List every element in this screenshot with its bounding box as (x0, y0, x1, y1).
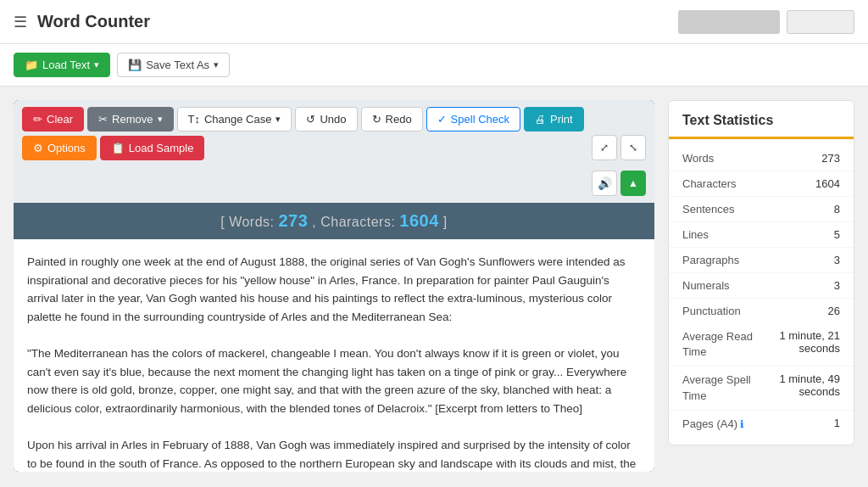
stats-value-multi: 1 (834, 417, 840, 429)
clear-icon: ✏ (33, 113, 42, 126)
stats-label: Paragraphs (682, 254, 739, 266)
stats-label-multi: Pages (A4)ℹ (682, 417, 744, 432)
editor-toolbar: ✏ Clear ✂ Remove T↕ Change Case ↺ Undo ↻… (14, 100, 654, 167)
expand-icon: ⤡ (629, 142, 637, 154)
header-input[interactable] (787, 10, 854, 34)
stats-row: Lines 5 (669, 222, 854, 248)
options-icon: ⚙ (33, 142, 43, 154)
stats-value: 8 (834, 203, 840, 216)
remove-icon: ✂ (98, 113, 108, 126)
stats-panel: Text Statistics Words 273 Characters 160… (668, 100, 854, 445)
header-right (678, 10, 854, 34)
shrink-button[interactable]: ⤢ (592, 135, 617, 160)
load-icon: 📁 (25, 59, 38, 71)
load-sample-icon: 📋 (111, 142, 125, 154)
app-title: Word Counter (37, 12, 150, 31)
shrink-icon: ⤢ (600, 142, 609, 154)
stats-row: Sentences 8 (669, 197, 854, 222)
stats-value: 26 (828, 305, 840, 317)
stats-value: 1604 (815, 177, 840, 190)
header: ☰ Word Counter (0, 0, 868, 44)
stats-row: Paragraphs 3 (669, 248, 854, 273)
expand-button[interactable]: ⤡ (620, 135, 646, 160)
change-case-button[interactable]: T↕ Change Case (177, 107, 292, 132)
stats-row: Characters 1604 (669, 171, 854, 197)
info-icon[interactable]: ℹ (740, 418, 744, 430)
undo-icon: ↺ (306, 113, 315, 126)
word-count-bar: [ Words: 273 , Characters: 1604 ] (14, 203, 654, 239)
stats-value: 273 (821, 152, 840, 165)
spell-icon: ✓ (437, 113, 447, 126)
redo-icon: ↻ (372, 113, 381, 126)
stats-value: 3 (834, 254, 840, 266)
main-container: ✏ Clear ✂ Remove T↕ Change Case ↺ Undo ↻… (0, 87, 868, 485)
stats-label: Lines (682, 228, 709, 241)
stats-value: 3 (834, 279, 840, 292)
redo-button[interactable]: ↻ Redo (361, 107, 423, 132)
load-text-button[interactable]: 📁 Load Text (14, 53, 110, 77)
stats-multiline-container: Average ReadTime 1 minute, 21seconds Ave… (669, 323, 854, 438)
load-sample-button[interactable]: 📋 Load Sample (100, 136, 205, 160)
header-bar (678, 10, 780, 34)
stats-row-multiline: Average SpellTime 1 minute, 49seconds (669, 367, 854, 410)
spell-check-button[interactable]: ✓ Spell Check (426, 107, 520, 132)
stats-label: Words (682, 152, 714, 165)
top-toolbar: 📁 Load Text 💾 Save Text As (0, 44, 868, 87)
print-button[interactable]: 🖨 Print (524, 107, 584, 132)
save-icon: 💾 (128, 59, 142, 71)
stats-row-multiline: Pages (A4)ℹ 1 (669, 411, 854, 438)
undo-button[interactable]: ↺ Undo (295, 107, 357, 132)
stats-label-multi: Average SpellTime (682, 372, 751, 403)
clear-button[interactable]: ✏ Clear (22, 107, 84, 132)
hamburger-icon[interactable]: ☰ (14, 13, 27, 31)
print-icon: 🖨 (535, 113, 546, 126)
stats-row-multiline: Average ReadTime 1 minute, 21seconds (669, 323, 854, 367)
stats-label: Characters (682, 177, 737, 190)
change-case-icon: T↕ (188, 113, 200, 126)
stats-label: Numerals (682, 279, 730, 292)
stats-label: Sentences (682, 203, 734, 216)
scroll-up-button[interactable]: ▲ (620, 171, 646, 196)
remove-button[interactable]: ✂ Remove (87, 107, 173, 132)
options-button[interactable]: ⚙ Options (22, 136, 97, 160)
stats-row: Words 273 (669, 146, 854, 171)
save-text-button[interactable]: 💾 Save Text As (117, 53, 230, 77)
stats-value: 5 (834, 228, 840, 241)
scroll-up-icon: ▲ (628, 177, 638, 189)
stats-value-multi: 1 minute, 49seconds (779, 372, 840, 398)
stats-label-multi: Average ReadTime (682, 329, 753, 360)
editor-panel: ✏ Clear ✂ Remove T↕ Change Case ↺ Undo ↻… (14, 100, 654, 472)
stats-label: Punctuation (682, 305, 741, 317)
editor-textarea[interactable] (14, 239, 654, 472)
stats-row: Punctuation 26 (669, 299, 854, 323)
speaker-icon: 🔊 (598, 176, 612, 190)
stats-row: Numerals 3 (669, 273, 854, 299)
stats-value-multi: 1 minute, 21seconds (779, 329, 840, 355)
stats-body: Words 273 Characters 1604 Sentences 8 Li… (669, 139, 854, 445)
speaker-button[interactable]: 🔊 (592, 171, 617, 196)
stats-header: Text Statistics (669, 101, 854, 139)
stats-rows-container: Words 273 Characters 1604 Sentences 8 Li… (669, 146, 854, 323)
